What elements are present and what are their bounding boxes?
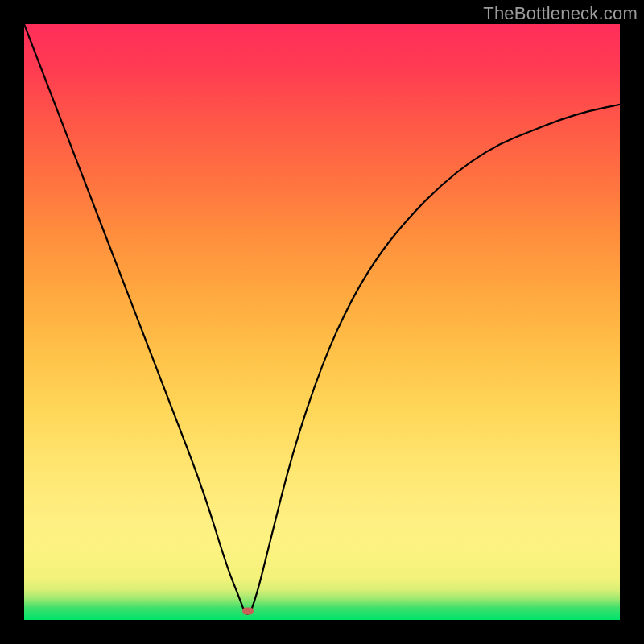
chart-frame: TheBottleneck.com — [0, 0, 644, 644]
optimal-point-marker — [242, 607, 254, 614]
plot-area — [24, 24, 620, 620]
bottleneck-curve — [24, 24, 620, 620]
watermark-text: TheBottleneck.com — [483, 3, 638, 24]
